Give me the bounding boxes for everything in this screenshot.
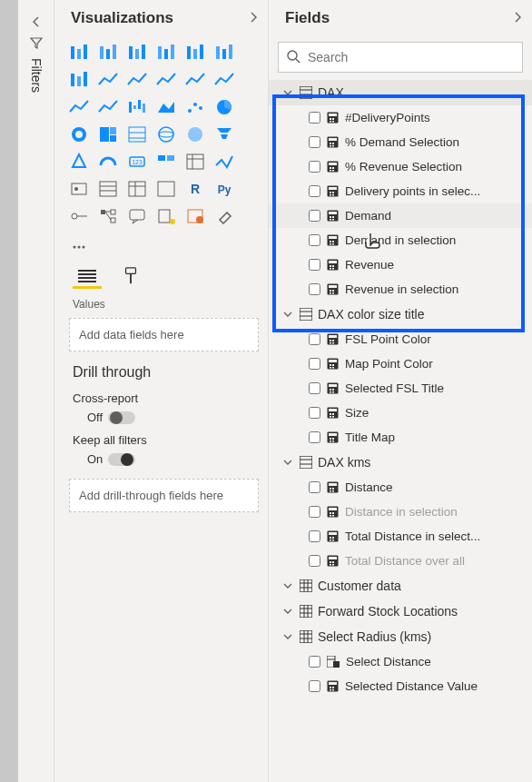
viz-type-icon[interactable] bbox=[67, 42, 91, 64]
search-input[interactable] bbox=[308, 50, 515, 64]
viz-type-icon[interactable] bbox=[212, 69, 236, 91]
field-row[interactable]: Total Distance in select... bbox=[269, 524, 532, 549]
viz-type-icon[interactable] bbox=[96, 42, 120, 64]
field-row[interactable]: Demand bbox=[269, 203, 532, 228]
viz-type-icon[interactable] bbox=[154, 178, 178, 200]
field-row[interactable]: Revenue bbox=[269, 252, 532, 277]
cross-report-toggle[interactable] bbox=[108, 411, 135, 424]
field-checkbox[interactable] bbox=[309, 210, 320, 222]
field-row[interactable]: % Revenue Selection bbox=[269, 154, 532, 179]
viz-type-icon[interactable] bbox=[96, 124, 120, 145]
viz-type-icon[interactable] bbox=[67, 69, 91, 91]
table-row[interactable]: DAX bbox=[269, 80, 532, 105]
field-row[interactable]: Map Point Color bbox=[269, 351, 532, 376]
viz-type-icon[interactable] bbox=[96, 178, 120, 200]
field-checkbox[interactable] bbox=[309, 555, 320, 567]
viz-type-icon[interactable] bbox=[212, 96, 236, 118]
keep-filters-toggle[interactable] bbox=[108, 453, 135, 466]
viz-type-icon[interactable] bbox=[183, 151, 207, 173]
viz-type-icon[interactable] bbox=[183, 124, 207, 145]
field-row[interactable]: FSL Point Color bbox=[269, 327, 532, 351]
field-checkbox[interactable] bbox=[309, 481, 320, 493]
fields-tab[interactable] bbox=[73, 263, 102, 289]
chevron-down-icon[interactable] bbox=[281, 629, 294, 644]
field-row[interactable]: Selected Distance Value bbox=[269, 674, 532, 698]
chevron-right-icon[interactable] bbox=[281, 604, 294, 619]
field-row[interactable]: Distance in selection bbox=[269, 500, 532, 524]
filters-collapsed-pane[interactable]: Filters bbox=[18, 0, 54, 782]
viz-type-icon[interactable] bbox=[212, 205, 236, 227]
field-checkbox[interactable] bbox=[309, 259, 320, 271]
viz-type-icon[interactable] bbox=[154, 205, 178, 227]
viz-type-icon[interactable]: R bbox=[183, 178, 207, 200]
viz-type-icon[interactable] bbox=[212, 42, 236, 64]
field-row[interactable]: Size bbox=[269, 401, 532, 425]
field-checkbox[interactable] bbox=[309, 161, 320, 173]
field-row[interactable]: #DeliveryPoints bbox=[269, 105, 532, 130]
drill-through-drop-well[interactable]: Add drill-through fields here bbox=[69, 479, 259, 512]
viz-type-icon[interactable] bbox=[96, 205, 120, 227]
field-checkbox[interactable] bbox=[309, 407, 320, 419]
chevron-down-icon[interactable] bbox=[281, 455, 294, 470]
viz-type-icon[interactable] bbox=[96, 69, 120, 91]
viz-type-icon[interactable] bbox=[96, 151, 120, 173]
viz-type-icon[interactable] bbox=[154, 69, 178, 91]
field-checkbox[interactable] bbox=[309, 185, 320, 197]
chevron-left-icon[interactable] bbox=[31, 16, 42, 30]
viz-type-icon[interactable] bbox=[183, 96, 207, 118]
viz-type-icon[interactable]: 123 bbox=[125, 151, 149, 173]
field-row[interactable]: Title Map bbox=[269, 425, 532, 450]
chevron-right-icon[interactable] bbox=[281, 579, 294, 593]
viz-type-icon[interactable] bbox=[67, 151, 91, 173]
field-checkbox[interactable] bbox=[309, 112, 320, 124]
fields-search[interactable] bbox=[278, 42, 523, 73]
field-checkbox[interactable] bbox=[309, 136, 320, 148]
chevron-right-icon[interactable] bbox=[248, 9, 259, 27]
format-tab[interactable] bbox=[116, 263, 145, 289]
field-checkbox[interactable] bbox=[309, 234, 320, 246]
viz-type-icon[interactable] bbox=[125, 124, 149, 145]
field-row[interactable]: Total Distance over all bbox=[269, 549, 532, 573]
viz-type-icon[interactable] bbox=[154, 124, 178, 145]
table-row[interactable]: Customer data bbox=[269, 573, 532, 599]
table-row[interactable]: DAX kms bbox=[269, 450, 532, 475]
field-row[interactable]: Demand in selection bbox=[269, 228, 532, 252]
field-checkbox[interactable] bbox=[309, 431, 320, 443]
viz-type-icon[interactable] bbox=[67, 205, 91, 227]
viz-type-icon[interactable]: Py bbox=[212, 178, 236, 200]
field-row[interactable]: Select Distance bbox=[269, 649, 532, 674]
field-row[interactable]: % Demand Selection bbox=[269, 130, 532, 154]
field-checkbox[interactable] bbox=[309, 283, 320, 295]
field-row[interactable]: Selected FSL Title bbox=[269, 376, 532, 401]
values-drop-well[interactable]: Add data fields here bbox=[69, 318, 259, 351]
field-checkbox[interactable] bbox=[309, 680, 320, 692]
viz-type-icon[interactable] bbox=[154, 96, 178, 118]
viz-type-icon[interactable] bbox=[67, 178, 91, 200]
viz-type-icon[interactable] bbox=[67, 96, 91, 118]
viz-type-icon[interactable] bbox=[125, 178, 149, 200]
viz-type-icon[interactable] bbox=[183, 42, 207, 64]
viz-type-icon[interactable] bbox=[154, 151, 178, 173]
chevron-down-icon[interactable] bbox=[281, 85, 294, 100]
field-checkbox[interactable] bbox=[309, 333, 320, 345]
chevron-right-icon[interactable] bbox=[512, 9, 523, 27]
viz-type-icon[interactable] bbox=[125, 205, 149, 227]
field-row[interactable]: Revenue in selection bbox=[269, 277, 532, 302]
chevron-down-icon[interactable] bbox=[281, 307, 294, 322]
viz-type-icon[interactable] bbox=[183, 205, 207, 227]
viz-type-icon[interactable] bbox=[183, 69, 207, 91]
table-row[interactable]: Forward Stock Locations bbox=[269, 599, 532, 624]
viz-type-icon[interactable] bbox=[125, 42, 149, 64]
viz-type-icon[interactable] bbox=[96, 96, 120, 118]
viz-type-icon[interactable] bbox=[125, 96, 149, 118]
field-checkbox[interactable] bbox=[309, 656, 320, 668]
viz-type-icon[interactable] bbox=[67, 233, 91, 254]
table-row[interactable]: DAX color size title bbox=[269, 302, 532, 327]
viz-type-icon[interactable] bbox=[212, 124, 236, 145]
field-checkbox[interactable] bbox=[309, 506, 320, 518]
table-row[interactable]: Select Radius (kms) bbox=[269, 624, 532, 649]
field-row[interactable]: Distance bbox=[269, 475, 532, 500]
viz-type-icon[interactable] bbox=[125, 69, 149, 91]
field-checkbox[interactable] bbox=[309, 382, 320, 394]
field-checkbox[interactable] bbox=[309, 530, 320, 542]
